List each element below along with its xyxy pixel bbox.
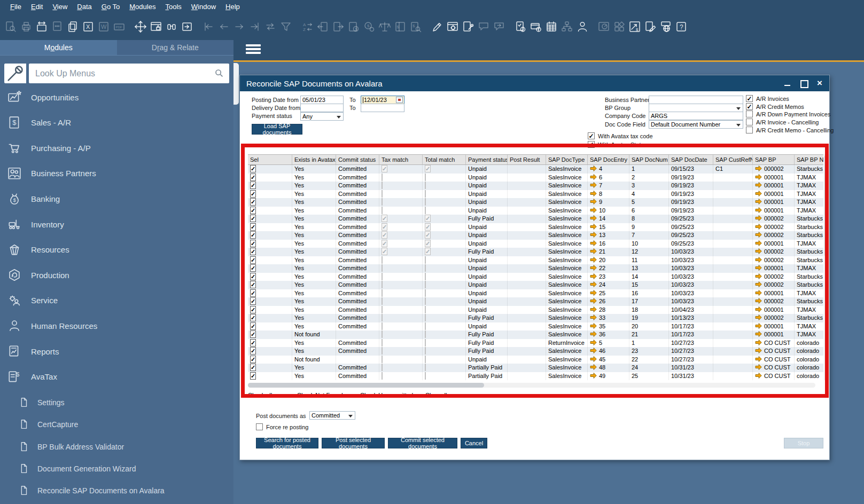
- table-row[interactable]: YesCommittedFully PaidSalesInvoice211210…: [248, 248, 823, 256]
- dashboard-icon[interactable]: [597, 20, 610, 33]
- column-header[interactable]: Commit status: [336, 155, 379, 164]
- stop-button[interactable]: Stop: [784, 438, 823, 448]
- send-message-icon[interactable]: [493, 20, 505, 33]
- menu-go-to[interactable]: Go To: [97, 3, 124, 11]
- a-r-invoices-checkbox[interactable]: [746, 95, 753, 102]
- search-icon[interactable]: [213, 67, 225, 81]
- payment-means-icon[interactable]: $: [347, 20, 360, 33]
- table-row[interactable]: YesCommittedUnpaidSalesInvoice161009/25/…: [248, 240, 823, 248]
- sidebar-subitem-reconcile-sap-documents-on-avalara[interactable]: Reconcile SAP Documents on Avalara: [0, 482, 233, 500]
- column-header[interactable]: SAP DocEntry: [588, 155, 629, 164]
- menu-window[interactable]: Window: [186, 3, 221, 11]
- sidebar-item-sales-a-r[interactable]: $Sales - A/R: [0, 114, 233, 132]
- form-settings-icon[interactable]: [446, 20, 459, 33]
- sort-table-icon[interactable]: AZ: [301, 20, 314, 33]
- sidebar-item-avatax[interactable]: $AvaTax: [0, 368, 233, 386]
- filter-icon[interactable]: [279, 20, 292, 33]
- column-header[interactable]: Total match: [423, 155, 466, 164]
- table-row[interactable]: YesCommittedFully PaidSalesInvoice331910…: [248, 314, 823, 322]
- row-select-checkbox[interactable]: [250, 339, 256, 346]
- table-row[interactable]: YesCommittedUnpaidSalesInvoice13709/25/2…: [248, 231, 823, 240]
- menu-view[interactable]: View: [48, 3, 72, 11]
- sidebar-item-banking[interactable]: $Banking: [0, 190, 233, 208]
- table-row[interactable]: YesCommittedPartially PaidSalesInvoice49…: [248, 372, 823, 381]
- calendar-picker-icon[interactable]: [396, 97, 403, 103]
- row-select-checkbox[interactable]: [250, 330, 256, 338]
- query-wizard-icon[interactable]: $: [409, 20, 422, 33]
- approvals-card-icon[interactable]: [530, 20, 542, 33]
- table-row[interactable]: YesCommittedUnpaidSalesInvoice10609/19/2…: [248, 207, 823, 215]
- table-row[interactable]: YesCommittedUnpaidSalesInvoice7309/19/23…: [248, 182, 823, 190]
- org-chart-icon[interactable]: [561, 20, 573, 33]
- table-row[interactable]: YesCommittedUnpaidSalesInvoice251610/03/…: [248, 289, 823, 298]
- pan-icon[interactable]: [134, 20, 147, 33]
- sidebar-subitem-certcapture[interactable]: CertCapture: [0, 415, 233, 434]
- table-row[interactable]: YesCommittedFully PaidSalesInvoice14809/…: [248, 215, 823, 223]
- edit-icon[interactable]: [431, 20, 443, 33]
- business-partners-input[interactable]: [649, 96, 743, 104]
- document-comment-icon[interactable]: [51, 20, 64, 33]
- table-row[interactable]: YesCommittedUnpaidSalesInvoice6209/19/23…: [248, 174, 823, 182]
- row-select-checkbox[interactable]: [250, 182, 256, 189]
- bp-group-select[interactable]: [649, 104, 743, 112]
- document-journal-icon[interactable]: $: [394, 20, 407, 33]
- sidebar-item-opportunities[interactable]: Opportunities: [0, 88, 233, 106]
- next-record-icon[interactable]: [233, 20, 246, 33]
- column-header[interactable]: SAP DocNum: [629, 155, 669, 164]
- export-pdf-icon[interactable]: PDF: [113, 20, 126, 33]
- column-header[interactable]: Tax match: [379, 155, 423, 164]
- a-r-down-payment-invoices-checkbox[interactable]: [746, 111, 753, 117]
- row-select-checkbox[interactable]: [250, 174, 256, 181]
- row-select-checkbox[interactable]: [250, 273, 256, 280]
- column-header[interactable]: SAP DocDate: [669, 155, 713, 164]
- menu-edit[interactable]: Edit: [26, 3, 48, 11]
- sidebar-tab-drag-relate[interactable]: Drag & Relate: [117, 40, 234, 55]
- column-header[interactable]: Payment status: [466, 155, 508, 164]
- binoculars-find-icon[interactable]: [165, 20, 178, 33]
- row-select-checkbox[interactable]: [250, 207, 256, 214]
- table-row[interactable]: YesCommittedFully PaidSalesInvoice462310…: [248, 347, 823, 356]
- sales-analysis-icon[interactable]: $: [628, 20, 641, 33]
- row-select-checkbox[interactable]: [250, 306, 256, 313]
- forward-window-icon[interactable]: [181, 20, 193, 33]
- export-word-icon[interactable]: W: [97, 20, 110, 33]
- column-header[interactable]: SAP DocType: [546, 155, 588, 164]
- sidebar-item-reports[interactable]: Reports: [0, 342, 233, 360]
- table-row[interactable]: YesCommittedPartially PaidSalesInvoice48…: [248, 364, 823, 372]
- column-header[interactable]: Exists in Avatax: [292, 155, 336, 164]
- wrench-icon[interactable]: [4, 64, 26, 83]
- column-header[interactable]: Post Result: [508, 155, 546, 164]
- commit-selected-documents-button[interactable]: Commit selected documents: [388, 438, 457, 448]
- print-icon[interactable]: [20, 20, 33, 33]
- sidebar-item-service[interactable]: Service: [0, 292, 233, 310]
- row-select-checkbox[interactable]: [250, 256, 256, 264]
- link-check-uncommitted[interactable]: Check Uncommitted: [360, 392, 413, 398]
- row-select-checkbox[interactable]: [250, 264, 256, 272]
- messages-icon[interactable]: [477, 20, 490, 33]
- table-row[interactable]: YesCommittedUnpaidSalesInvoice4109/15/23…: [248, 165, 823, 174]
- table-row[interactable]: YesCommittedUnpaidSalesInvoice9509/19/23…: [248, 198, 823, 207]
- user-icon[interactable]: [576, 20, 589, 33]
- maximize-button[interactable]: [799, 79, 808, 88]
- row-select-checkbox[interactable]: [250, 165, 256, 172]
- settings-wrench-icon[interactable]: [462, 20, 474, 33]
- web-client-icon[interactable]: [659, 20, 672, 33]
- row-select-checkbox[interactable]: [250, 314, 256, 321]
- refresh-record-icon[interactable]: [264, 20, 277, 33]
- sidebar-item-business-partners[interactable]: Business Partners: [0, 164, 233, 183]
- menu-tools[interactable]: Tools: [160, 3, 186, 11]
- with-avatax-state-checkbox[interactable]: [588, 141, 595, 148]
- alerts-checklist-icon[interactable]: [514, 20, 527, 33]
- table-row[interactable]: YesCommittedUnpaidSalesInvoice281810/04/…: [248, 306, 823, 314]
- company-code-input[interactable]: ARGS: [649, 112, 743, 120]
- table-row[interactable]: YesCommittedUnpaidSalesInvoice221310/03/…: [248, 264, 823, 273]
- column-header[interactable]: SAP CustRefNo: [713, 155, 753, 164]
- table-row[interactable]: YesCommittedUnpaidSalesInvoice352010/17/…: [248, 322, 823, 331]
- force-re-posting-checkbox[interactable]: [256, 423, 263, 430]
- doc-code-field-select[interactable]: Default Document Number: [649, 120, 743, 129]
- sidebar-subitem-settings[interactable]: Settings: [0, 393, 233, 412]
- sidebar-tab-modules[interactable]: Modules: [0, 40, 117, 55]
- previous-record-icon[interactable]: [217, 20, 230, 33]
- table-row[interactable]: YesCommittedUnpaidSalesInvoice261710/03/…: [248, 297, 823, 306]
- sidebar-item-inventory[interactable]: Inventory: [0, 215, 233, 233]
